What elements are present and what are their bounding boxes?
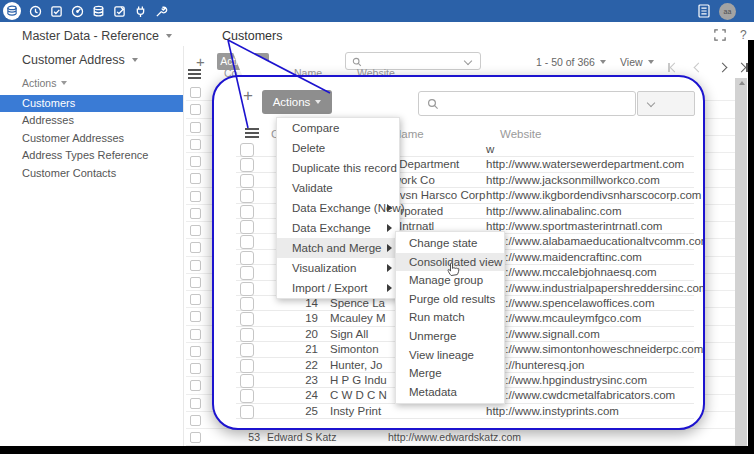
record-range-selector[interactable]: 1 - 50 of 366 xyxy=(536,56,606,68)
popup-actions-button[interactable]: Actions xyxy=(262,90,332,114)
popup-search-dropdown[interactable] xyxy=(637,91,695,116)
fullscreen-icon[interactable] xyxy=(714,29,726,41)
plugin-icon[interactable] xyxy=(133,4,147,18)
row-checkbox[interactable] xyxy=(240,174,254,188)
row-checkbox[interactable] xyxy=(240,359,254,373)
sidebar-item-addresses[interactable]: Addresses xyxy=(0,112,183,129)
page-title: Customers xyxy=(222,29,282,43)
user-avatar[interactable]: aa xyxy=(719,3,736,20)
row-checkbox[interactable] xyxy=(240,374,254,388)
hand-cursor-icon xyxy=(446,260,461,277)
row-checkbox[interactable] xyxy=(190,139,201,150)
row-checkbox[interactable] xyxy=(190,346,201,357)
submenu-item-view-lineage[interactable]: View lineage xyxy=(396,346,504,365)
row-checkbox[interactable] xyxy=(240,158,254,172)
row-checkbox[interactable] xyxy=(190,242,201,253)
menu-item-delete[interactable]: Delete xyxy=(277,138,399,158)
row-checkbox[interactable] xyxy=(240,189,254,203)
row-checkbox[interactable] xyxy=(240,343,254,357)
row-checkbox[interactable] xyxy=(240,405,254,419)
row-checkbox[interactable] xyxy=(190,87,201,98)
row-checkbox[interactable] xyxy=(190,363,201,374)
popup-table-row[interactable]: 25Insty Printhttp://www.instyprints.com xyxy=(236,404,694,419)
sidebar-nav-list: CustomersAddressesCustomer AddressesAddr… xyxy=(0,95,183,185)
row-checkbox[interactable] xyxy=(240,389,254,403)
row-checkbox[interactable] xyxy=(190,225,201,236)
row-checkbox[interactable] xyxy=(240,312,254,326)
row-checkbox[interactable] xyxy=(190,208,201,219)
first-page-button[interactable] xyxy=(668,57,678,75)
entity-selector[interactable]: Customer Address xyxy=(22,53,138,67)
row-checkbox[interactable] xyxy=(190,173,201,184)
row-checkbox[interactable] xyxy=(190,260,201,271)
row-checkbox[interactable] xyxy=(190,277,201,288)
help-icon[interactable]: ? xyxy=(740,28,747,42)
search-dropdown-icon[interactable] xyxy=(464,57,472,65)
table-row[interactable]: 53Edward S Katzhttp://www.edwardskatz.co… xyxy=(186,429,735,446)
submenu-item-metadata[interactable]: Metadata xyxy=(396,383,504,402)
popup-column-menu-icon[interactable] xyxy=(245,126,259,140)
sidebar-item-address-types-reference[interactable]: Address Types Reference xyxy=(0,147,183,164)
submenu-item-merge[interactable]: Merge xyxy=(396,364,504,383)
row-checkbox[interactable] xyxy=(190,294,201,305)
row-checkbox[interactable] xyxy=(240,143,254,157)
popup-column-header-website[interactable]: Website xyxy=(500,128,541,140)
scroll-up-icon[interactable] xyxy=(739,81,745,85)
row-checkbox[interactable] xyxy=(190,380,201,391)
submenu-item-purge-old-results[interactable]: Purge old results xyxy=(396,290,504,309)
active-app-circle[interactable] xyxy=(3,2,21,20)
view-selector[interactable]: View xyxy=(620,56,654,68)
workspace-selector[interactable]: Master Data - Reference xyxy=(22,29,172,43)
dashboard-icon[interactable] xyxy=(70,4,84,18)
sidebar-item-customer-addresses[interactable]: Customer Addresses xyxy=(0,130,183,147)
menu-item-validate[interactable]: Validate xyxy=(277,178,399,198)
row-checkbox[interactable] xyxy=(190,329,201,340)
row-checkbox[interactable] xyxy=(190,415,201,426)
menu-item-data-exchange[interactable]: Data Exchange xyxy=(277,218,399,238)
row-checkbox[interactable] xyxy=(190,191,201,202)
popup-add-record-button[interactable]: + xyxy=(243,86,253,106)
app-window: aa Master Data - Reference Customers ? C… xyxy=(0,0,754,454)
menu-item-data-exchange-new[interactable]: Data Exchange (New) xyxy=(277,198,399,218)
row-checkbox[interactable] xyxy=(240,251,254,265)
row-checkbox[interactable] xyxy=(190,122,201,133)
last-page-button[interactable] xyxy=(738,57,748,75)
clock-icon[interactable] xyxy=(28,4,42,18)
search-icon xyxy=(427,98,439,110)
row-checkbox[interactable] xyxy=(190,432,201,443)
sidebar-actions-menu[interactable]: Actions xyxy=(22,77,67,89)
column-menu-icon[interactable] xyxy=(188,67,201,81)
vertical-scrollbar[interactable] xyxy=(735,78,747,446)
row-checkbox[interactable] xyxy=(240,266,254,280)
menu-item-duplicate-this-record[interactable]: Duplicate this record xyxy=(277,158,399,178)
previous-page-button[interactable] xyxy=(695,57,702,75)
next-page-button[interactable] xyxy=(719,57,726,75)
menu-item-compare[interactable]: Compare xyxy=(277,118,399,138)
validation-icon[interactable] xyxy=(112,4,126,18)
row-checkbox[interactable] xyxy=(190,156,201,167)
sidebar-item-customers[interactable]: Customers xyxy=(0,95,183,112)
row-checkbox[interactable] xyxy=(240,297,254,311)
menu-item-visualization[interactable]: Visualization xyxy=(277,258,399,278)
row-checkbox[interactable] xyxy=(240,282,254,296)
sidebar-item-customer-contacts[interactable]: Customer Contacts xyxy=(0,165,183,182)
admin-wrench-icon[interactable] xyxy=(154,4,168,18)
menu-item-import-export[interactable]: Import / Export xyxy=(277,278,399,298)
data-grid-icon[interactable] xyxy=(697,4,711,18)
row-checkbox[interactable] xyxy=(190,104,201,115)
row-checkbox[interactable] xyxy=(190,311,201,322)
row-checkbox[interactable] xyxy=(240,220,254,234)
row-checkbox[interactable] xyxy=(240,235,254,249)
popup-row-cell-id: 22 xyxy=(284,359,318,371)
row-checkbox[interactable] xyxy=(190,398,201,409)
submenu-item-run-match[interactable]: Run match xyxy=(396,308,504,327)
row-checkbox[interactable] xyxy=(240,328,254,342)
submenu-item-change-state[interactable]: Change state xyxy=(396,234,504,253)
row-checkbox[interactable] xyxy=(240,205,254,219)
menu-item-match-and-merge[interactable]: Match and Merge xyxy=(277,238,399,258)
popup-row-cell-website: http://www.simontonhoweschneiderpc.com xyxy=(486,343,691,355)
data-model-icon[interactable] xyxy=(91,4,105,18)
tasks-icon[interactable] xyxy=(49,4,63,18)
submenu-item-unmerge[interactable]: Unmerge xyxy=(396,327,504,346)
popup-search-input[interactable] xyxy=(418,91,636,116)
